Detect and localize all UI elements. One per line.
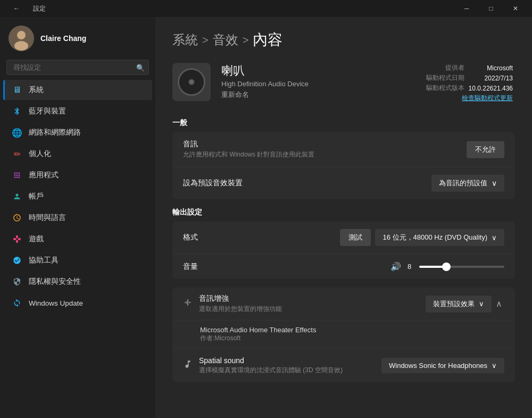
device-meta: 提供者 Microsoft 驅動程式日期 2022/7/13 驅動程式版本 10… — [424, 63, 515, 103]
provider-value: Microsoft — [467, 63, 515, 73]
breadcrumb-sep1: > — [202, 34, 209, 46]
enhancement-info: 音訊增強 選取適用於您裝置的增強功能 — [199, 294, 419, 314]
personal-icon: ✏ — [12, 149, 22, 159]
sidebar-item-time[interactable]: 時間與語言 — [3, 208, 152, 228]
output-section-title: 輸出設定 — [172, 208, 515, 217]
output-settings-card: 格式 測試 16 位元，48000 Hz (DVD Quality) ∨ 音量 … — [172, 222, 515, 279]
minimize-button[interactable]: ─ — [454, 0, 479, 17]
sidebar-item-privacy[interactable]: 隱私權與安全性 — [3, 272, 152, 292]
sidebar-item-label: 協助工具 — [29, 256, 59, 265]
breadcrumb-part2[interactable]: 音效 — [213, 31, 238, 48]
spatial-info: Spatial sound 選擇模擬真實環境的沈浸式音訊體驗 (3D 空間音效) — [199, 356, 375, 375]
audio-row-text: 音訊 允許應用程式和 Windows 針對音訊使用此裝置 — [183, 140, 460, 159]
spatial-dropdown[interactable]: Windows Sonic for Headphones ∨ — [381, 358, 504, 373]
device-subname: High Definition Audio Device — [221, 80, 413, 88]
general-section-title: 一般 — [172, 118, 515, 128]
avatar[interactable] — [9, 26, 34, 51]
effect-dropdown[interactable]: 裝置預設效果 ∨ — [426, 296, 492, 313]
format-dropdown[interactable]: 16 位元，48000 Hz (DVD Quality) ∨ — [375, 229, 504, 246]
volume-icon: 🔊 — [390, 261, 401, 272]
volume-slider[interactable] — [419, 266, 504, 268]
sidebar-item-label: 帳戶 — [29, 192, 44, 201]
enhancement-card: 音訊增強 選取適用於您裝置的增強功能 裝置預設效果 ∨ ∧ Microsoft … — [172, 288, 515, 382]
speaker-icon-inner — [178, 68, 205, 96]
expand-button[interactable]: ∧ — [494, 297, 504, 311]
svg-point-2 — [14, 41, 28, 51]
check-driver-update-link[interactable]: 檢查驅動程式更新 — [462, 94, 513, 102]
general-settings-card: 音訊 允許應用程式和 Windows 針對音訊使用此裝置 不允許 設為預設音效裝… — [172, 132, 515, 199]
chevron-down-icon: ∨ — [492, 179, 497, 187]
sidebar-item-label: 遊戲 — [29, 234, 44, 244]
effect-author: 作者:Microsoft — [200, 334, 504, 343]
gaming-icon — [12, 234, 22, 244]
sidebar-item-bluetooth[interactable]: 藍牙與裝置 — [3, 101, 152, 121]
test-button[interactable]: 測試 — [340, 229, 371, 246]
spatial-desc: 選擇模擬真實環境的沈浸式音訊體驗 (3D 空間音效) — [199, 366, 375, 375]
format-row: 格式 測試 16 位元，48000 Hz (DVD Quality) ∨ — [172, 222, 515, 254]
breadcrumb-part1[interactable]: 系統 — [172, 31, 198, 48]
audio-desc: 允許應用程式和 Windows 針對音訊使用此裝置 — [183, 150, 460, 159]
system-icon: 🖥 — [12, 85, 22, 95]
effect-row: Microsoft Audio Home Theater Effects 作者:… — [172, 321, 515, 349]
spatial-title: Spatial sound — [199, 356, 375, 365]
enhancement-desc: 選取適用於您裝置的增強功能 — [199, 305, 419, 314]
chevron-down-icon: ∨ — [479, 300, 484, 308]
sidebar-item-gaming[interactable]: 遊戲 — [3, 229, 152, 249]
volume-row: 音量 🔊 8 — [172, 254, 515, 279]
accessibility-icon — [12, 255, 22, 266]
sidebar-item-accessibility[interactable]: 協助工具 — [3, 250, 152, 271]
effect-name: Microsoft Audio Home Theater Effects — [200, 326, 504, 334]
device-rename-link[interactable]: 重新命名 — [221, 90, 413, 100]
driver-date-label: 驅動程式日期 — [424, 73, 467, 83]
enhancement-icon — [183, 298, 193, 310]
back-button[interactable]: ← — [4, 0, 29, 17]
audio-control: 不允許 — [467, 141, 504, 158]
sidebar-item-network[interactable]: 🌐 網路和網際網路 — [3, 122, 152, 143]
sidebar-item-accounts[interactable]: 帳戶 — [3, 186, 152, 207]
volume-value: 8 — [408, 263, 415, 271]
sidebar-item-personal[interactable]: ✏ 個人化 — [3, 144, 152, 164]
breadcrumb-part3: 內容 — [253, 30, 282, 50]
device-info: 喇叭 High Definition Audio Device 重新命名 — [221, 63, 413, 100]
apps-icon — [12, 170, 22, 181]
not-allow-button[interactable]: 不允許 — [467, 141, 504, 158]
speaker-dot — [188, 79, 195, 85]
chevron-down-icon: ∨ — [492, 234, 497, 242]
default-device-row: 設為預設音效裝置 為音訊的預設值 ∨ — [172, 167, 515, 199]
audio-row: 音訊 允許應用程式和 Windows 針對音訊使用此裝置 不允許 — [172, 132, 515, 167]
volume-row-text: 音量 — [183, 262, 384, 272]
sidebar-item-apps[interactable]: 應用程式 — [3, 165, 152, 185]
chevron-down-icon: ∨ — [492, 362, 497, 370]
enhancement-controls: 裝置預設效果 ∨ ∧ — [426, 296, 504, 313]
sidebar-item-label: 系統 — [29, 85, 44, 95]
titlebar: ← 設定 ─ □ ✕ — [0, 0, 532, 17]
default-row-text: 設為預設音效裝置 — [183, 178, 425, 188]
provider-label: 提供者 — [424, 63, 467, 73]
format-control: 測試 16 位元，48000 Hz (DVD Quality) ∨ — [340, 229, 504, 246]
volume-control: 🔊 8 — [390, 261, 504, 272]
default-control: 為音訊的預設值 ∨ — [431, 175, 504, 192]
accounts-icon — [12, 191, 22, 202]
titlebar-title: 設定 — [33, 4, 454, 13]
audio-label: 音訊 — [183, 140, 460, 149]
device-icon — [172, 63, 211, 101]
default-device-dropdown[interactable]: 為音訊的預設值 ∨ — [431, 175, 504, 192]
spatial-icon — [183, 359, 193, 372]
volume-label: 音量 — [183, 262, 384, 272]
default-label: 設為預設音效裝置 — [183, 178, 425, 188]
sidebar-item-label: 時間與語言 — [29, 213, 66, 223]
sidebar-item-label: 藍牙與裝置 — [29, 106, 66, 116]
sidebar-item-system[interactable]: 🖥 系統 — [3, 80, 152, 100]
spatial-row: Spatial sound 選擇模擬真實環境的沈浸式音訊體驗 (3D 空間音效)… — [172, 349, 515, 382]
search-box: 🔍 — [6, 60, 149, 75]
update-icon — [12, 298, 22, 308]
time-icon — [12, 212, 22, 223]
maximize-button[interactable]: □ — [479, 0, 503, 17]
search-input[interactable] — [6, 60, 149, 75]
close-button[interactable]: ✕ — [503, 0, 528, 17]
sidebar-item-update[interactable]: Windows Update — [3, 293, 152, 313]
search-icon[interactable]: 🔍 — [136, 63, 145, 71]
device-header: 喇叭 High Definition Audio Device 重新命名 提供者… — [172, 63, 515, 103]
svg-point-1 — [17, 31, 26, 39]
user-section: Claire Chang — [0, 17, 155, 58]
